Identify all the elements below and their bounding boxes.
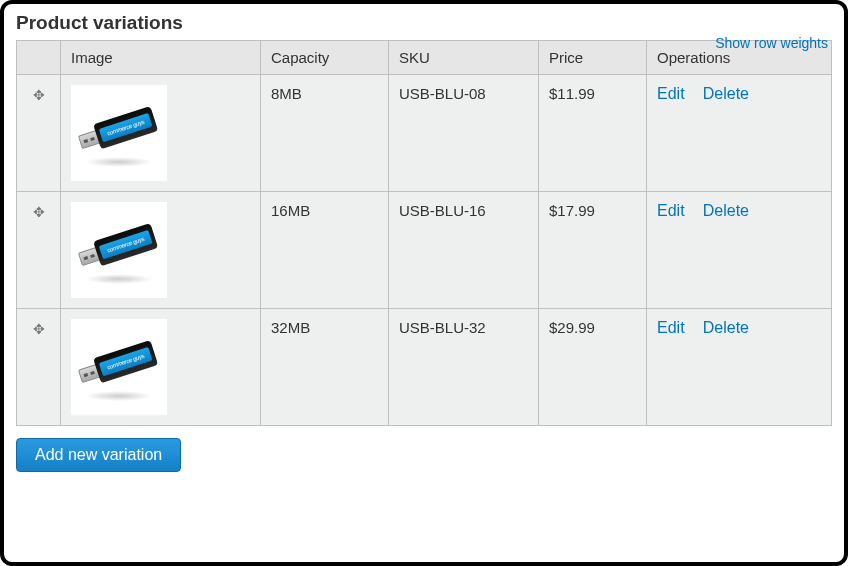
col-header-sku: SKU [389,41,539,75]
drag-handle-icon[interactable]: ✥ [27,85,50,103]
table-header-row: Image Capacity SKU Price Operations [17,41,832,75]
col-header-handle [17,41,61,75]
delete-link[interactable]: Delete [703,85,749,102]
capacity-cell: 16MB [261,192,389,309]
operations-cell: Edit Delete [647,192,832,309]
section-title: Product variations [16,12,832,34]
image-cell: commerce guys [61,192,261,309]
operations-cell: Edit Delete [647,309,832,426]
edit-link[interactable]: Edit [657,202,685,219]
col-header-capacity: Capacity [261,41,389,75]
price-cell: $17.99 [539,192,647,309]
col-header-image: Image [61,41,261,75]
row-weights-toggle-wrap: Show row weights [715,34,828,51]
delete-link[interactable]: Delete [703,319,749,336]
image-cell: commerce guys [61,75,261,192]
price-cell: $11.99 [539,75,647,192]
sku-cell: USB-BLU-08 [389,75,539,192]
add-new-variation-button[interactable]: Add new variation [16,438,181,472]
sku-cell: USB-BLU-16 [389,192,539,309]
drag-cell: ✥ [17,75,61,192]
capacity-cell: 8MB [261,75,389,192]
show-row-weights-link[interactable]: Show row weights [715,35,828,51]
operations-cell: Edit Delete [647,75,832,192]
product-thumbnail: commerce guys [71,319,167,415]
price-cell: $29.99 [539,309,647,426]
drag-handle-icon[interactable]: ✥ [27,202,50,220]
edit-link[interactable]: Edit [657,85,685,102]
product-variations-panel: Product variations Show row weights Imag… [0,0,848,566]
capacity-cell: 32MB [261,309,389,426]
table-row: ✥ commerce guys 8MB USB-BLU-08 $11.99 Ed… [17,75,832,192]
product-thumbnail: commerce guys [71,202,167,298]
product-thumbnail: commerce guys [71,85,167,181]
sku-cell: USB-BLU-32 [389,309,539,426]
table-row: ✥ commerce guys 32MB USB-BLU-32 $29.99 E… [17,309,832,426]
col-header-price: Price [539,41,647,75]
variations-table: Image Capacity SKU Price Operations ✥ co… [16,40,832,426]
delete-link[interactable]: Delete [703,202,749,219]
variations-tbody: ✥ commerce guys 8MB USB-BLU-08 $11.99 Ed… [17,75,832,426]
drag-cell: ✥ [17,309,61,426]
drag-handle-icon[interactable]: ✥ [27,319,50,337]
drag-cell: ✥ [17,192,61,309]
image-cell: commerce guys [61,309,261,426]
table-row: ✥ commerce guys 16MB USB-BLU-16 $17.99 E… [17,192,832,309]
edit-link[interactable]: Edit [657,319,685,336]
